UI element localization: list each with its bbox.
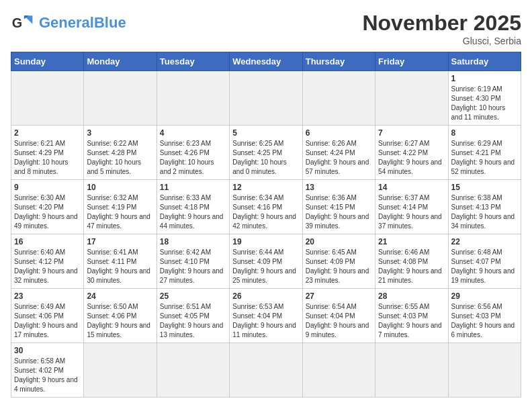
logo-general: General xyxy=(39,14,94,31)
calendar-cell: 24Sunrise: 6:50 AM Sunset: 4:06 PM Dayli… xyxy=(84,289,157,343)
calendar-cell: 2Sunrise: 6:21 AM Sunset: 4:29 PM Daylig… xyxy=(11,126,84,180)
calendar-cell: 21Sunrise: 6:46 AM Sunset: 4:08 PM Dayli… xyxy=(375,234,448,289)
day-info: Sunrise: 6:49 AM Sunset: 4:06 PM Dayligh… xyxy=(14,302,81,340)
day-info: Sunrise: 6:36 AM Sunset: 4:15 PM Dayligh… xyxy=(306,193,372,231)
day-info: Sunrise: 6:55 AM Sunset: 4:03 PM Dayligh… xyxy=(378,302,445,340)
calendar-cell xyxy=(157,343,229,398)
calendar-cell: 25Sunrise: 6:51 AM Sunset: 4:05 PM Dayli… xyxy=(157,289,229,343)
logo-text: GeneralBlue xyxy=(39,15,126,30)
calendar-cell: 1Sunrise: 6:19 AM Sunset: 4:30 PM Daylig… xyxy=(448,71,521,126)
day-info: Sunrise: 6:44 AM Sunset: 4:09 PM Dayligh… xyxy=(232,248,299,285)
location: Glusci, Serbia xyxy=(362,36,521,46)
col-saturday: Saturday xyxy=(448,52,521,71)
calendar-cell: 9Sunrise: 6:30 AM Sunset: 4:20 PM Daylig… xyxy=(11,180,84,234)
day-number: 5 xyxy=(232,128,299,138)
day-info: Sunrise: 6:54 AM Sunset: 4:04 PM Dayligh… xyxy=(306,302,372,340)
day-number: 28 xyxy=(378,291,445,301)
day-info: Sunrise: 6:42 AM Sunset: 4:10 PM Dayligh… xyxy=(160,248,226,285)
day-number: 6 xyxy=(306,128,372,138)
calendar-cell: 15Sunrise: 6:38 AM Sunset: 4:13 PM Dayli… xyxy=(448,180,521,234)
page-header: G GeneralBlue November 2025 Glusci, Serb… xyxy=(11,11,521,46)
logo: G GeneralBlue xyxy=(11,11,126,35)
day-number: 20 xyxy=(306,237,372,246)
day-info: Sunrise: 6:53 AM Sunset: 4:04 PM Dayligh… xyxy=(232,302,299,340)
day-info: Sunrise: 6:46 AM Sunset: 4:08 PM Dayligh… xyxy=(378,248,445,285)
day-number: 11 xyxy=(160,183,226,192)
col-monday: Monday xyxy=(84,52,157,71)
svg-text:G: G xyxy=(12,15,22,30)
day-number: 14 xyxy=(378,183,445,192)
day-number: 30 xyxy=(14,346,81,355)
day-number: 15 xyxy=(451,183,518,192)
calendar-cell: 4Sunrise: 6:23 AM Sunset: 4:26 PM Daylig… xyxy=(157,126,229,180)
day-number: 17 xyxy=(87,237,153,246)
calendar-row-1: 2Sunrise: 6:21 AM Sunset: 4:29 PM Daylig… xyxy=(11,126,521,180)
calendar-row-5: 30Sunrise: 6:58 AM Sunset: 4:02 PM Dayli… xyxy=(11,343,521,398)
day-number: 4 xyxy=(160,128,226,138)
day-number: 23 xyxy=(14,291,81,301)
calendar-cell xyxy=(84,343,157,398)
day-info: Sunrise: 6:45 AM Sunset: 4:09 PM Dayligh… xyxy=(306,248,372,285)
day-info: Sunrise: 6:41 AM Sunset: 4:11 PM Dayligh… xyxy=(87,248,153,285)
day-info: Sunrise: 6:38 AM Sunset: 4:13 PM Dayligh… xyxy=(451,193,518,231)
day-number: 3 xyxy=(87,128,153,138)
day-info: Sunrise: 6:29 AM Sunset: 4:21 PM Dayligh… xyxy=(451,139,518,177)
calendar-table: Sunday Monday Tuesday Wednesday Thursday… xyxy=(11,52,521,398)
calendar-cell: 13Sunrise: 6:36 AM Sunset: 4:15 PM Dayli… xyxy=(302,180,375,234)
calendar-header: Sunday Monday Tuesday Wednesday Thursday… xyxy=(11,52,521,71)
calendar-row-3: 16Sunrise: 6:40 AM Sunset: 4:12 PM Dayli… xyxy=(11,234,521,289)
day-info: Sunrise: 6:19 AM Sunset: 4:30 PM Dayligh… xyxy=(451,85,518,122)
calendar-cell: 14Sunrise: 6:37 AM Sunset: 4:14 PM Dayli… xyxy=(375,180,448,234)
calendar-cell: 30Sunrise: 6:58 AM Sunset: 4:02 PM Dayli… xyxy=(11,343,84,398)
day-info: Sunrise: 6:37 AM Sunset: 4:14 PM Dayligh… xyxy=(378,193,445,231)
calendar-cell: 29Sunrise: 6:56 AM Sunset: 4:03 PM Dayli… xyxy=(448,289,521,343)
calendar-row-0: 1Sunrise: 6:19 AM Sunset: 4:30 PM Daylig… xyxy=(11,71,521,126)
col-tuesday: Tuesday xyxy=(157,52,229,71)
day-info: Sunrise: 6:25 AM Sunset: 4:25 PM Dayligh… xyxy=(232,139,299,177)
day-info: Sunrise: 6:33 AM Sunset: 4:18 PM Dayligh… xyxy=(160,193,226,231)
day-info: Sunrise: 6:23 AM Sunset: 4:26 PM Dayligh… xyxy=(160,139,226,177)
col-wednesday: Wednesday xyxy=(230,52,302,71)
calendar-cell xyxy=(230,343,302,398)
day-info: Sunrise: 6:48 AM Sunset: 4:07 PM Dayligh… xyxy=(451,248,518,285)
calendar-cell: 8Sunrise: 6:29 AM Sunset: 4:21 PM Daylig… xyxy=(448,126,521,180)
logo-blue: Blue xyxy=(94,14,126,31)
day-number: 13 xyxy=(306,183,372,192)
day-number: 24 xyxy=(87,291,153,301)
col-friday: Friday xyxy=(375,52,448,71)
logo-icon: G xyxy=(11,11,35,35)
calendar-cell xyxy=(157,71,229,126)
day-info: Sunrise: 6:21 AM Sunset: 4:29 PM Dayligh… xyxy=(14,139,81,177)
day-number: 12 xyxy=(232,183,299,192)
day-number: 7 xyxy=(378,128,445,138)
calendar-cell xyxy=(375,343,448,398)
calendar-cell: 7Sunrise: 6:27 AM Sunset: 4:22 PM Daylig… xyxy=(375,126,448,180)
day-number: 2 xyxy=(14,128,81,138)
calendar-cell: 18Sunrise: 6:42 AM Sunset: 4:10 PM Dayli… xyxy=(157,234,229,289)
day-number: 18 xyxy=(160,237,226,246)
calendar-row-2: 9Sunrise: 6:30 AM Sunset: 4:20 PM Daylig… xyxy=(11,180,521,234)
calendar-cell xyxy=(84,71,157,126)
day-info: Sunrise: 6:34 AM Sunset: 4:16 PM Dayligh… xyxy=(232,193,299,231)
day-info: Sunrise: 6:26 AM Sunset: 4:24 PM Dayligh… xyxy=(306,139,372,177)
day-number: 19 xyxy=(232,237,299,246)
calendar-cell: 17Sunrise: 6:41 AM Sunset: 4:11 PM Dayli… xyxy=(84,234,157,289)
calendar-cell: 6Sunrise: 6:26 AM Sunset: 4:24 PM Daylig… xyxy=(302,126,375,180)
day-info: Sunrise: 6:56 AM Sunset: 4:03 PM Dayligh… xyxy=(451,302,518,340)
calendar-cell: 28Sunrise: 6:55 AM Sunset: 4:03 PM Dayli… xyxy=(375,289,448,343)
calendar-cell: 27Sunrise: 6:54 AM Sunset: 4:04 PM Dayli… xyxy=(302,289,375,343)
title-block: November 2025 Glusci, Serbia xyxy=(362,11,521,46)
calendar-cell: 19Sunrise: 6:44 AM Sunset: 4:09 PM Dayli… xyxy=(230,234,302,289)
calendar-cell: 3Sunrise: 6:22 AM Sunset: 4:28 PM Daylig… xyxy=(84,126,157,180)
day-number: 26 xyxy=(232,291,299,301)
calendar-cell xyxy=(302,71,375,126)
calendar-cell: 22Sunrise: 6:48 AM Sunset: 4:07 PM Dayli… xyxy=(448,234,521,289)
calendar-cell: 26Sunrise: 6:53 AM Sunset: 4:04 PM Dayli… xyxy=(230,289,302,343)
calendar-row-4: 23Sunrise: 6:49 AM Sunset: 4:06 PM Dayli… xyxy=(11,289,521,343)
calendar-cell: 12Sunrise: 6:34 AM Sunset: 4:16 PM Dayli… xyxy=(230,180,302,234)
day-info: Sunrise: 6:27 AM Sunset: 4:22 PM Dayligh… xyxy=(378,139,445,177)
calendar-cell xyxy=(302,343,375,398)
day-number: 9 xyxy=(14,183,81,192)
day-number: 8 xyxy=(451,128,518,138)
day-number: 21 xyxy=(378,237,445,246)
